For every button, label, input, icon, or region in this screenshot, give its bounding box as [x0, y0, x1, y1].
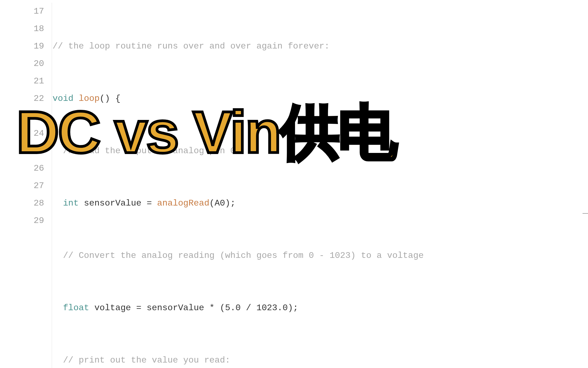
- line-number: 20: [0, 55, 44, 73]
- line-number: 27: [0, 177, 44, 195]
- code-line[interactable]: void loop() {: [53, 90, 588, 107]
- code-line[interactable]: // read the input on analog pin 0:: [53, 142, 588, 160]
- code-content-area[interactable]: // the loop routine runs over and over a…: [52, 3, 588, 368]
- function-call: analogRead: [157, 198, 209, 208]
- code-line[interactable]: int sensorValue = analogRead(A0);: [53, 195, 588, 212]
- line-number: 18: [0, 20, 44, 38]
- comment-text: // print out the value you read:: [53, 355, 230, 365]
- line-number: 29: [0, 212, 44, 230]
- punctuation: () {: [100, 93, 121, 104]
- keyword-float: float: [63, 303, 89, 313]
- function-name: loop: [79, 93, 100, 104]
- line-number: 23: [0, 107, 44, 125]
- divider-line: [583, 213, 588, 214]
- code-line[interactable]: float voltage = sensorValue * (5.0 / 102…: [53, 299, 588, 317]
- keyword-int: int: [63, 198, 79, 208]
- code-line[interactable]: // the loop routine runs over and over a…: [53, 38, 588, 55]
- line-number: 24: [0, 125, 44, 142]
- line-number: 28: [0, 195, 44, 212]
- code-editor[interactable]: 17 18 19 20 21 22 23 24 25 26 27 28 29 /…: [0, 0, 588, 368]
- comment-text: // read the input on analog pin 0:: [53, 146, 241, 156]
- line-number: 17: [0, 3, 44, 20]
- line-number: 22: [0, 90, 44, 107]
- comment-text: // the loop routine runs over and over a…: [53, 41, 330, 51]
- identifier: sensorValue: [84, 198, 141, 208]
- line-number: 26: [0, 160, 44, 177]
- keyword-void: void: [53, 93, 74, 104]
- line-number: 25: [0, 142, 44, 160]
- line-number: 19: [0, 38, 44, 55]
- code-line[interactable]: // Convert the analog reading (which goe…: [53, 247, 588, 264]
- line-number: 21: [0, 73, 44, 90]
- line-number-gutter: 17 18 19 20 21 22 23 24 25 26 27 28 29: [0, 3, 52, 368]
- code-line[interactable]: // print out the value you read:: [53, 352, 588, 368]
- comment-text: // Convert the analog reading (which goe…: [53, 251, 424, 261]
